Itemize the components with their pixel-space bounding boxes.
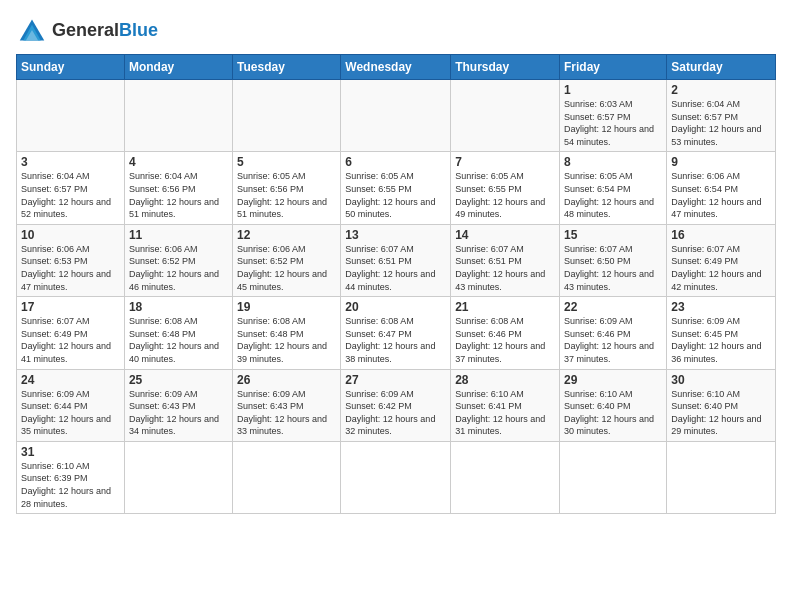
- calendar-day-cell: 25Sunrise: 6:09 AM Sunset: 6:43 PM Dayli…: [124, 369, 232, 441]
- calendar-day-cell: [124, 441, 232, 513]
- calendar-day-cell: 10Sunrise: 6:06 AM Sunset: 6:53 PM Dayli…: [17, 224, 125, 296]
- calendar-day-cell: 6Sunrise: 6:05 AM Sunset: 6:55 PM Daylig…: [341, 152, 451, 224]
- calendar-day-cell: 7Sunrise: 6:05 AM Sunset: 6:55 PM Daylig…: [451, 152, 560, 224]
- day-number: 30: [671, 373, 771, 387]
- day-number: 25: [129, 373, 228, 387]
- day-info: Sunrise: 6:08 AM Sunset: 6:47 PM Dayligh…: [345, 315, 446, 365]
- day-info: Sunrise: 6:10 AM Sunset: 6:41 PM Dayligh…: [455, 388, 555, 438]
- day-number: 24: [21, 373, 120, 387]
- calendar-day-cell: 14Sunrise: 6:07 AM Sunset: 6:51 PM Dayli…: [451, 224, 560, 296]
- day-info: Sunrise: 6:04 AM Sunset: 6:57 PM Dayligh…: [21, 170, 120, 220]
- day-number: 15: [564, 228, 662, 242]
- calendar-day-cell: 27Sunrise: 6:09 AM Sunset: 6:42 PM Dayli…: [341, 369, 451, 441]
- calendar-day-cell: [451, 80, 560, 152]
- header-day: Tuesday: [233, 55, 341, 80]
- header-day: Sunday: [17, 55, 125, 80]
- calendar-day-cell: 3Sunrise: 6:04 AM Sunset: 6:57 PM Daylig…: [17, 152, 125, 224]
- calendar-week-row: 3Sunrise: 6:04 AM Sunset: 6:57 PM Daylig…: [17, 152, 776, 224]
- calendar-body: 1Sunrise: 6:03 AM Sunset: 6:57 PM Daylig…: [17, 80, 776, 514]
- day-number: 20: [345, 300, 446, 314]
- calendar-week-row: 24Sunrise: 6:09 AM Sunset: 6:44 PM Dayli…: [17, 369, 776, 441]
- calendar-week-row: 17Sunrise: 6:07 AM Sunset: 6:49 PM Dayli…: [17, 297, 776, 369]
- day-info: Sunrise: 6:08 AM Sunset: 6:46 PM Dayligh…: [455, 315, 555, 365]
- calendar-day-cell: 20Sunrise: 6:08 AM Sunset: 6:47 PM Dayli…: [341, 297, 451, 369]
- calendar-day-cell: 23Sunrise: 6:09 AM Sunset: 6:45 PM Dayli…: [667, 297, 776, 369]
- calendar-day-cell: [17, 80, 125, 152]
- calendar-day-cell: [341, 441, 451, 513]
- day-info: Sunrise: 6:06 AM Sunset: 6:52 PM Dayligh…: [129, 243, 228, 293]
- calendar-day-cell: [667, 441, 776, 513]
- header-row: SundayMondayTuesdayWednesdayThursdayFrid…: [17, 55, 776, 80]
- calendar-day-cell: 16Sunrise: 6:07 AM Sunset: 6:49 PM Dayli…: [667, 224, 776, 296]
- calendar-week-row: 10Sunrise: 6:06 AM Sunset: 6:53 PM Dayli…: [17, 224, 776, 296]
- day-info: Sunrise: 6:09 AM Sunset: 6:43 PM Dayligh…: [129, 388, 228, 438]
- day-number: 28: [455, 373, 555, 387]
- calendar-week-row: 31Sunrise: 6:10 AM Sunset: 6:39 PM Dayli…: [17, 441, 776, 513]
- day-info: Sunrise: 6:10 AM Sunset: 6:39 PM Dayligh…: [21, 460, 120, 510]
- calendar-day-cell: [451, 441, 560, 513]
- logo-text: GeneralBlue: [52, 21, 158, 39]
- day-info: Sunrise: 6:07 AM Sunset: 6:49 PM Dayligh…: [21, 315, 120, 365]
- day-number: 29: [564, 373, 662, 387]
- day-number: 31: [21, 445, 120, 459]
- calendar-day-cell: 30Sunrise: 6:10 AM Sunset: 6:40 PM Dayli…: [667, 369, 776, 441]
- calendar-day-cell: 9Sunrise: 6:06 AM Sunset: 6:54 PM Daylig…: [667, 152, 776, 224]
- day-info: Sunrise: 6:10 AM Sunset: 6:40 PM Dayligh…: [564, 388, 662, 438]
- calendar-day-cell: 1Sunrise: 6:03 AM Sunset: 6:57 PM Daylig…: [560, 80, 667, 152]
- header-day: Saturday: [667, 55, 776, 80]
- day-info: Sunrise: 6:05 AM Sunset: 6:56 PM Dayligh…: [237, 170, 336, 220]
- day-number: 9: [671, 155, 771, 169]
- header-day: Thursday: [451, 55, 560, 80]
- day-info: Sunrise: 6:06 AM Sunset: 6:53 PM Dayligh…: [21, 243, 120, 293]
- calendar-day-cell: 22Sunrise: 6:09 AM Sunset: 6:46 PM Dayli…: [560, 297, 667, 369]
- calendar-day-cell: 5Sunrise: 6:05 AM Sunset: 6:56 PM Daylig…: [233, 152, 341, 224]
- calendar-day-cell: 13Sunrise: 6:07 AM Sunset: 6:51 PM Dayli…: [341, 224, 451, 296]
- day-info: Sunrise: 6:09 AM Sunset: 6:44 PM Dayligh…: [21, 388, 120, 438]
- calendar-day-cell: 24Sunrise: 6:09 AM Sunset: 6:44 PM Dayli…: [17, 369, 125, 441]
- day-info: Sunrise: 6:09 AM Sunset: 6:46 PM Dayligh…: [564, 315, 662, 365]
- day-number: 17: [21, 300, 120, 314]
- day-info: Sunrise: 6:07 AM Sunset: 6:49 PM Dayligh…: [671, 243, 771, 293]
- day-number: 23: [671, 300, 771, 314]
- day-info: Sunrise: 6:09 AM Sunset: 6:43 PM Dayligh…: [237, 388, 336, 438]
- day-number: 18: [129, 300, 228, 314]
- day-info: Sunrise: 6:08 AM Sunset: 6:48 PM Dayligh…: [129, 315, 228, 365]
- calendar-day-cell: 21Sunrise: 6:08 AM Sunset: 6:46 PM Dayli…: [451, 297, 560, 369]
- calendar-day-cell: [560, 441, 667, 513]
- calendar-day-cell: 8Sunrise: 6:05 AM Sunset: 6:54 PM Daylig…: [560, 152, 667, 224]
- logo-icon: [16, 16, 48, 44]
- day-number: 2: [671, 83, 771, 97]
- day-number: 13: [345, 228, 446, 242]
- calendar-day-cell: 19Sunrise: 6:08 AM Sunset: 6:48 PM Dayli…: [233, 297, 341, 369]
- calendar-day-cell: [233, 441, 341, 513]
- day-info: Sunrise: 6:04 AM Sunset: 6:57 PM Dayligh…: [671, 98, 771, 148]
- calendar-day-cell: 26Sunrise: 6:09 AM Sunset: 6:43 PM Dayli…: [233, 369, 341, 441]
- day-info: Sunrise: 6:06 AM Sunset: 6:54 PM Dayligh…: [671, 170, 771, 220]
- header-day: Wednesday: [341, 55, 451, 80]
- header-day: Friday: [560, 55, 667, 80]
- day-info: Sunrise: 6:10 AM Sunset: 6:40 PM Dayligh…: [671, 388, 771, 438]
- day-info: Sunrise: 6:09 AM Sunset: 6:45 PM Dayligh…: [671, 315, 771, 365]
- day-number: 19: [237, 300, 336, 314]
- calendar-day-cell: 4Sunrise: 6:04 AM Sunset: 6:56 PM Daylig…: [124, 152, 232, 224]
- day-number: 7: [455, 155, 555, 169]
- header-day: Monday: [124, 55, 232, 80]
- day-number: 12: [237, 228, 336, 242]
- day-info: Sunrise: 6:07 AM Sunset: 6:51 PM Dayligh…: [455, 243, 555, 293]
- calendar-day-cell: [233, 80, 341, 152]
- day-number: 8: [564, 155, 662, 169]
- day-info: Sunrise: 6:05 AM Sunset: 6:55 PM Dayligh…: [455, 170, 555, 220]
- day-info: Sunrise: 6:05 AM Sunset: 6:54 PM Dayligh…: [564, 170, 662, 220]
- logo: GeneralBlue: [16, 16, 158, 44]
- day-number: 26: [237, 373, 336, 387]
- day-number: 5: [237, 155, 336, 169]
- calendar-day-cell: [124, 80, 232, 152]
- page-header: GeneralBlue: [16, 16, 776, 44]
- day-info: Sunrise: 6:07 AM Sunset: 6:51 PM Dayligh…: [345, 243, 446, 293]
- day-number: 10: [21, 228, 120, 242]
- calendar-day-cell: 12Sunrise: 6:06 AM Sunset: 6:52 PM Dayli…: [233, 224, 341, 296]
- calendar-week-row: 1Sunrise: 6:03 AM Sunset: 6:57 PM Daylig…: [17, 80, 776, 152]
- day-info: Sunrise: 6:07 AM Sunset: 6:50 PM Dayligh…: [564, 243, 662, 293]
- day-info: Sunrise: 6:06 AM Sunset: 6:52 PM Dayligh…: [237, 243, 336, 293]
- calendar-day-cell: 15Sunrise: 6:07 AM Sunset: 6:50 PM Dayli…: [560, 224, 667, 296]
